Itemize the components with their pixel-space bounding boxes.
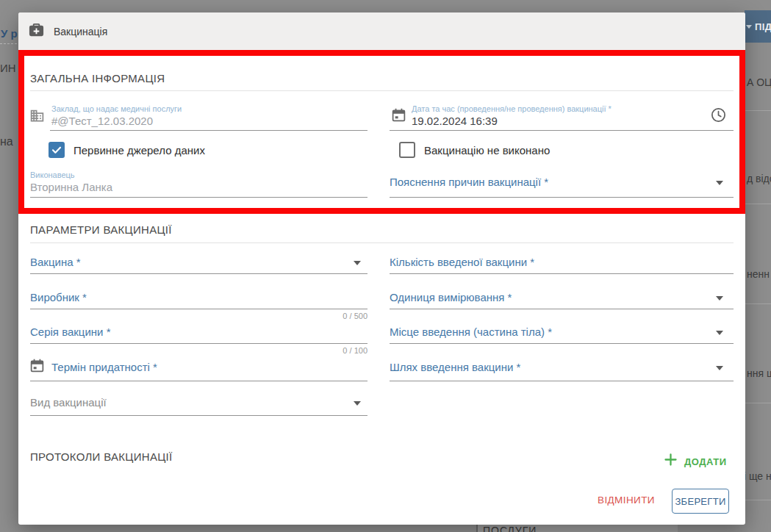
dialog-title: Вакцинація [54, 26, 107, 37]
sign-button-partial: ПІД [745, 10, 771, 43]
background-text-fragment: ПОСЛУГИ [483, 525, 537, 532]
vaccination-dialog: Вакцинація ЗАГАЛЬНА ІНФОРМАЦІЯ Заклад, щ… [18, 12, 745, 525]
performer-field-value[interactable]: Вторинна Ланка [30, 181, 112, 193]
not-performed-checkbox-label[interactable]: Вакцинацію не виконано [424, 144, 550, 157]
section-heading-parameters: ПАРАМЕТРИ ВАКЦИНАЦІЇ [30, 223, 172, 236]
field-underline [390, 343, 734, 344]
clock-icon[interactable] [710, 107, 727, 126]
field-underline [390, 130, 734, 131]
series-char-counter: 0 / 100 [30, 346, 367, 355]
chevron-down-icon [746, 25, 752, 29]
section-divider [30, 90, 734, 91]
dialog-header: Вакцинація [18, 12, 745, 50]
save-button[interactable]: ЗБЕРЕГТИ [672, 489, 729, 514]
not-performed-checkbox[interactable] [399, 142, 415, 158]
performer-field-label: Виконавець [30, 170, 75, 179]
background-text-fragment: ИН [0, 62, 16, 74]
calendar-icon [29, 358, 45, 376]
save-button-label: ЗБЕРЕГТИ [675, 496, 725, 507]
manufacturer-char-counter: 0 / 500 [30, 312, 367, 320]
site-select[interactable]: Місце введення (частина тіла) * [390, 326, 552, 338]
background-row-divider [745, 303, 771, 304]
amount-input[interactable]: Кількість введеної вакцини * [390, 256, 534, 268]
calendar-icon [391, 107, 406, 126]
building-icon [29, 108, 45, 126]
background-text-fragment: У р [1, 27, 18, 40]
chevron-down-icon[interactable] [716, 331, 723, 335]
field-underline [30, 415, 367, 416]
background-text-fragment: д відо [747, 173, 771, 184]
chevron-down-icon[interactable] [354, 401, 361, 406]
background-row-divider [745, 500, 771, 500]
section-divider [30, 242, 734, 243]
background-text-fragment: на [0, 135, 13, 148]
datetime-field-label: Дата та час (проведення/не проведення) в… [412, 104, 612, 113]
primary-source-checkbox[interactable] [49, 142, 65, 158]
field-underline [390, 273, 734, 274]
sign-button-label: ПІД [755, 21, 771, 32]
section-heading-general: ЗАГАЛЬНА ІНФОРМАЦІЯ [30, 72, 165, 85]
background-text-fragment: і ще н [744, 470, 771, 482]
chevron-down-icon[interactable] [354, 261, 361, 265]
background-text-fragment: ненн [747, 268, 770, 280]
chevron-down-icon[interactable] [716, 296, 723, 301]
background-row-divider [745, 110, 771, 111]
medical-bag-icon [28, 21, 45, 41]
primary-source-checkbox-label[interactable]: Первинне джерело даних [73, 144, 205, 157]
background-row-divider [745, 403, 771, 403]
add-protocol-button-label: ДОДАТИ [684, 455, 727, 467]
section-heading-protocols: ПРОТОКОЛИ ВАКЦИНАЦІЇ [30, 450, 173, 463]
background-dashed-line [0, 43, 17, 44]
manufacturer-input[interactable]: Виробник * [30, 291, 87, 303]
series-input[interactable]: Серія вакцини * [30, 326, 110, 338]
vaccine-select[interactable]: Вакцина * [30, 256, 81, 268]
field-underline [390, 309, 734, 309]
field-underline [50, 130, 367, 131]
background-text-fragment: А ОЦ [747, 76, 771, 88]
field-underline [30, 343, 367, 344]
facility-field-label: Заклад, що надає медичні послуги [51, 104, 182, 113]
unit-select[interactable]: Одиниця вимірювання * [390, 291, 512, 303]
field-underline [390, 381, 734, 381]
background-row-divider [745, 204, 771, 204]
expiry-date-input[interactable]: Термін придатності * [51, 361, 157, 373]
cancel-button[interactable]: ВІДМІНИТИ [598, 495, 655, 506]
facility-field-value[interactable]: #@Тест_12.03.2020 [51, 115, 153, 127]
chevron-down-icon[interactable] [716, 181, 723, 185]
reason-select[interactable]: Пояснення причин вакцинації * [390, 176, 548, 188]
route-select[interactable]: Шлях введення вакцини * [390, 361, 520, 373]
background-text-fragment: ння ш [747, 367, 771, 379]
kind-select[interactable]: Вид вакцинації [30, 396, 107, 409]
plus-icon [663, 452, 678, 470]
chevron-down-icon[interactable] [716, 366, 723, 370]
field-underline [30, 197, 367, 198]
field-underline [30, 381, 367, 381]
datetime-field-value[interactable]: 19.02.2024 16:39 [412, 115, 498, 127]
field-underline [390, 197, 734, 198]
field-underline [30, 273, 367, 274]
field-underline [30, 309, 367, 309]
add-protocol-button[interactable]: ДОДАТИ [663, 452, 727, 470]
